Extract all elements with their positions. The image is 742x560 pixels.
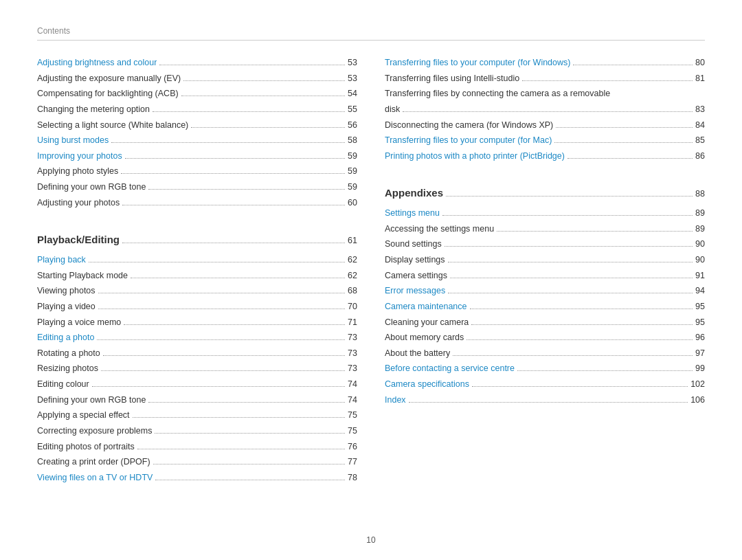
toc-dots <box>191 127 345 128</box>
toc-page-number: 70 <box>348 300 357 314</box>
toc-entry-text: Editing colour <box>37 377 89 392</box>
page-number: 10 <box>366 535 375 545</box>
toc-dots <box>522 80 693 81</box>
toc-dots <box>409 402 688 403</box>
toc-dots <box>573 65 693 65</box>
toc-page-number: 85 <box>695 133 705 148</box>
toc-entry: Resizing photos73 <box>37 361 357 376</box>
toc-entry-text[interactable]: Improving your photos <box>37 149 122 164</box>
toc-entry: Adjusting your photos60 <box>37 196 357 210</box>
toc-entry: Viewing files on a TV or HDTV78 <box>37 471 357 485</box>
toc-entry: Error messages94 <box>385 284 705 298</box>
toc-page-number: 59 <box>348 180 357 194</box>
toc-entry-text: Creating a print order (DPOF) <box>37 455 150 469</box>
toc-entry: Playing a video70 <box>37 300 357 314</box>
toc-page-number: 75 <box>348 408 357 423</box>
toc-dots <box>448 262 693 262</box>
toc-page-number: 71 <box>348 315 357 330</box>
right-column: Transferring files to your computer (for… <box>385 56 705 486</box>
toc-dots <box>517 370 693 371</box>
toc-page-number: 74 <box>348 377 357 392</box>
toc-entry-text: Display settings <box>385 253 445 267</box>
toc-dots <box>403 111 693 112</box>
toc-page-number: 102 <box>690 377 705 392</box>
toc-entry-text: Transferring files using Intelli-studio <box>385 71 519 86</box>
toc-entry: Editing a photo73 <box>37 331 357 345</box>
toc-dots <box>137 449 345 449</box>
toc-page-number: 76 <box>348 440 357 454</box>
toc-entry-text[interactable]: Settings menu <box>385 206 440 221</box>
toc-entry: Playing a voice memo71 <box>37 315 357 330</box>
toc-entry: Changing the metering option55 <box>37 102 357 117</box>
toc-page-number: 95 <box>695 315 705 330</box>
toc-dots <box>148 402 345 403</box>
section-heading-entry: Playback/Editing61 <box>37 219 357 251</box>
toc-entry-text[interactable]: Adjusting brightness and colour <box>37 56 157 70</box>
toc-dots <box>125 158 345 159</box>
toc-entry: Transferring files by connecting the cam… <box>385 87 705 101</box>
toc-page-number: 83 <box>695 102 705 117</box>
toc-dots <box>97 339 345 340</box>
toc-entry: Using burst modes58 <box>37 133 357 148</box>
content: Adjusting brightness and colour53Adjusti… <box>37 56 705 486</box>
toc-entry: Compensating for backlighting (ACB)54 <box>37 87 357 101</box>
toc-dots <box>155 433 345 434</box>
toc-entry-text: Rotating a photo <box>37 346 100 361</box>
toc-entry-text[interactable]: Before contacting a service centre <box>385 361 515 376</box>
toc-entry-text[interactable]: Transferring files to your computer (for… <box>385 56 570 70</box>
toc-entry: Index106 <box>385 393 705 407</box>
toc-entry-text[interactable]: Transferring files to your computer (for… <box>385 133 552 148</box>
toc-page-number: 106 <box>690 393 705 407</box>
toc-dots <box>103 355 345 356</box>
toc-dots <box>98 309 345 309</box>
toc-entry-text: Adjusting your photos <box>37 196 120 210</box>
toc-page-number: 99 <box>695 361 705 376</box>
toc-entry-text[interactable]: Index <box>385 393 406 407</box>
toc-dots <box>92 386 345 387</box>
section-heading: Playback/Editing <box>37 232 120 249</box>
toc-entry: Accessing the settings menu89 <box>385 222 705 236</box>
toc-entry-text[interactable]: Printing photos with a photo printer (Pi… <box>385 149 565 164</box>
toc-dots <box>122 205 345 205</box>
toc-entry-text[interactable]: Editing a photo <box>37 331 94 345</box>
toc-entry: Applying a special effect75 <box>37 408 357 423</box>
toc-page-number: 77 <box>348 455 357 469</box>
toc-page-number: 97 <box>695 346 705 361</box>
toc-dots <box>448 293 693 293</box>
left-sections: Playback/Editing61Playing back62Starting… <box>37 219 357 484</box>
toc-dots <box>155 480 345 480</box>
toc-entry-text: disk <box>385 102 400 117</box>
toc-entry: Printing photos with a photo printer (Pi… <box>385 149 705 164</box>
toc-page-number: 88 <box>695 187 705 201</box>
toc-dots <box>124 324 345 325</box>
left-top-entries: Adjusting brightness and colour53Adjusti… <box>37 56 357 219</box>
toc-dots <box>153 464 345 464</box>
toc-entry-text: Correcting exposure problems <box>37 424 152 438</box>
toc-page-number: 95 <box>695 300 705 314</box>
toc-dots <box>181 96 345 96</box>
toc-entry-text[interactable]: Using burst modes <box>37 133 109 148</box>
toc-entry-text[interactable]: Error messages <box>385 284 445 298</box>
toc-entry: Display settings90 <box>385 253 705 267</box>
toc-page-number: 62 <box>348 269 357 283</box>
toc-entry-text: About memory cards <box>385 331 464 345</box>
toc-page-number: 75 <box>348 424 357 438</box>
toc-page-number: 54 <box>348 87 357 101</box>
toc-page-number: 86 <box>695 149 705 164</box>
section-heading-entry: Appendixes88 <box>385 172 705 205</box>
toc-dots <box>101 370 345 371</box>
toc-entry: Editing colour74 <box>37 377 357 392</box>
toc-entry-text: Transferring files by connecting the cam… <box>385 87 610 101</box>
toc-entry-text[interactable]: Viewing files on a TV or HDTV <box>37 471 153 485</box>
toc-dots <box>471 324 693 325</box>
toc-dots <box>470 309 693 309</box>
toc-entry-text[interactable]: Camera specifications <box>385 377 469 392</box>
toc-entry-text: Adjusting the exposure manually (EV) <box>37 71 181 86</box>
toc-page-number: 90 <box>695 253 705 267</box>
toc-entry-text[interactable]: Camera maintenance <box>385 300 467 314</box>
toc-entry-text: Selecting a light source (White balance) <box>37 118 188 133</box>
header-title: Contents <box>37 26 70 36</box>
toc-entry: Creating a print order (DPOF)77 <box>37 455 357 469</box>
toc-page-number: 58 <box>348 133 357 148</box>
toc-entry-text[interactable]: Playing back <box>37 253 86 267</box>
